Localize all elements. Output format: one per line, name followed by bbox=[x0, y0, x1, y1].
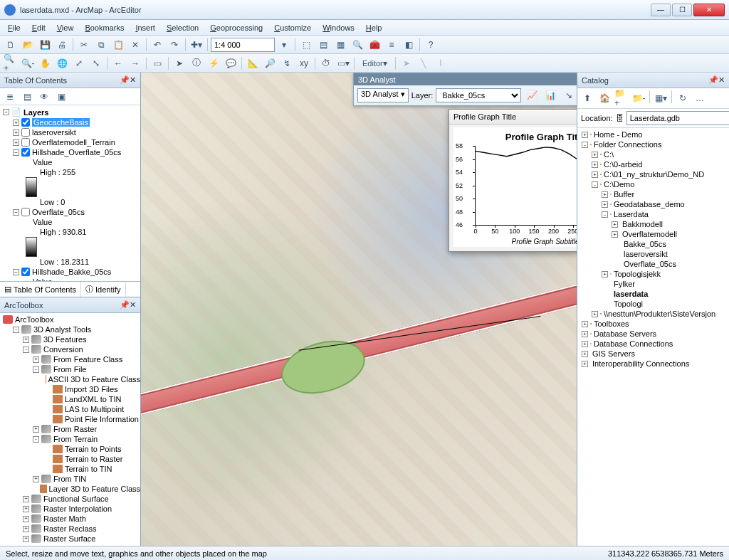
catalog-icon[interactable]: ▦ bbox=[332, 37, 348, 53]
atb-las-to-multipoint[interactable]: LAS to Multipoint bbox=[0, 404, 140, 414]
cat-overflate_05cs[interactable]: Overflate_05cs bbox=[577, 259, 729, 269]
cat-c-demo[interactable]: - C:\Demo bbox=[577, 179, 729, 189]
atb-import-3d-files[interactable]: Import 3D Files bbox=[0, 384, 140, 394]
3d-analyst-title[interactable]: 3D Analyst✕ bbox=[354, 73, 577, 85]
toc-layer-2[interactable]: + Overflatemodell_Terrain bbox=[0, 137, 140, 147]
fixed-zoom-in-icon[interactable]: ⤢ bbox=[71, 56, 87, 71]
pointer-icon[interactable]: ➤ bbox=[172, 56, 187, 71]
interpolate-line-icon[interactable]: 📈 bbox=[524, 88, 540, 103]
atb-from-feature-class[interactable]: + From Feature Class bbox=[0, 354, 140, 364]
toc-layer-3[interactable]: − Hillshade_Overflate_05cs bbox=[0, 147, 140, 157]
cat-buffer[interactable]: + Buffer bbox=[577, 189, 729, 199]
point-profile-icon[interactable]: 📊 bbox=[542, 88, 558, 103]
pin-icon[interactable]: 📌 bbox=[120, 75, 130, 85]
atb-from-raster[interactable]: + From Raster bbox=[0, 424, 140, 434]
atb-layer-3d-to-feature-class[interactable]: Layer 3D to Feature Class bbox=[0, 484, 140, 494]
hyperlink-icon[interactable]: ⚡ bbox=[206, 56, 221, 71]
python-icon[interactable]: ≡ bbox=[384, 37, 399, 53]
save-icon[interactable]: 💾 bbox=[37, 37, 53, 53]
edit-trace-icon[interactable]: ⌇ bbox=[433, 56, 449, 71]
atb-functional-surface[interactable]: + Functional Surface bbox=[0, 494, 140, 504]
menu-help[interactable]: Help bbox=[361, 22, 387, 33]
map-scale-input[interactable] bbox=[211, 38, 275, 52]
pan-icon[interactable]: ✋ bbox=[37, 56, 53, 71]
menu-file[interactable]: File bbox=[3, 22, 26, 33]
toc-root[interactable]: − 📄 Layers bbox=[0, 107, 140, 117]
toc-layer-4[interactable]: − Overflate_05cs bbox=[0, 207, 140, 217]
maximize-button[interactable]: ☐ bbox=[672, 4, 692, 16]
new-icon[interactable]: 🗋 bbox=[3, 37, 19, 53]
home-icon[interactable]: 🏠 bbox=[597, 90, 612, 106]
options-icon[interactable]: … bbox=[692, 90, 708, 106]
atb-conversion[interactable]: - Conversion bbox=[0, 344, 140, 354]
cat-interoperability-connections[interactable]: + Interoperability Connections bbox=[577, 359, 729, 369]
up-one-level-icon[interactable]: ⬆ bbox=[579, 90, 595, 106]
fixed-zoom-out-icon[interactable]: ⤡ bbox=[88, 56, 104, 71]
find-icon[interactable]: 🔎 bbox=[262, 56, 278, 71]
3d-analyst-toolbar[interactable]: 3D Analyst✕ 3D Analyst ▾ Layer: Bakke_05… bbox=[353, 73, 577, 106]
cat-c-01_ny_struktur-demo_nd[interactable]: + C:\01_ny_struktur\Demo_ND bbox=[577, 169, 729, 179]
layer-checkbox[interactable] bbox=[21, 118, 30, 127]
cat-bakkmodell[interactable]: + Bakkmodell bbox=[577, 219, 729, 229]
find-route-icon[interactable]: ↯ bbox=[279, 56, 295, 71]
atb-from-file[interactable]: - From File bbox=[0, 364, 140, 374]
go-to-xy-icon[interactable]: xy bbox=[296, 56, 312, 71]
layer-checkbox[interactable] bbox=[21, 138, 30, 147]
connect-folder-icon[interactable]: 📁+ bbox=[614, 90, 629, 106]
cat-database-connections[interactable]: + Database Connections bbox=[577, 339, 729, 349]
minimize-button[interactable]: — bbox=[651, 4, 671, 16]
atb-landxml-to-tin[interactable]: LandXML to TIN bbox=[0, 394, 140, 404]
tab-toc[interactable]: ▤ Table Of Contents bbox=[0, 282, 81, 297]
atb-raster-surface[interactable]: + Raster Surface bbox=[0, 534, 140, 544]
edit-tool-icon[interactable]: ➤ bbox=[399, 56, 414, 71]
close-panel-icon[interactable]: ✕ bbox=[130, 75, 136, 85]
select-elements-icon[interactable]: ▭ bbox=[150, 56, 165, 71]
cat-fylker[interactable]: Fylker bbox=[577, 279, 729, 289]
cat-topologisjekk[interactable]: + Topologisjekk bbox=[577, 269, 729, 279]
cut-icon[interactable]: ✂ bbox=[76, 37, 92, 53]
cat-laserdata[interactable]: - Laserdata bbox=[577, 209, 729, 219]
identify-icon[interactable]: ⓘ bbox=[189, 56, 204, 71]
refresh-icon[interactable]: ↻ bbox=[675, 90, 691, 106]
disconnect-folder-icon[interactable]: 📁- bbox=[631, 90, 646, 106]
cat-laserdata[interactable]: laserdata bbox=[577, 289, 729, 299]
pin-icon[interactable]: 📌 bbox=[708, 75, 718, 85]
pin-icon[interactable]: 📌 bbox=[120, 300, 130, 310]
atb-3d-analyst-tools[interactable]: - 3D Analyst Tools bbox=[0, 324, 140, 334]
zoom-out-icon[interactable]: 🔍- bbox=[20, 56, 36, 71]
time-slider-icon[interactable]: ⏱ bbox=[318, 56, 334, 71]
close-panel-icon[interactable]: ✕ bbox=[130, 300, 136, 310]
atb-terrain-to-tin[interactable]: Terrain to TIN bbox=[0, 464, 140, 474]
toc-layer-0[interactable]: + GeocacheBasis bbox=[0, 117, 140, 127]
atb-raster-math[interactable]: + Raster Math bbox=[0, 514, 140, 524]
arctoolbox-icon[interactable]: 🧰 bbox=[367, 37, 382, 53]
editor-toolbar-icon[interactable]: ⬚ bbox=[298, 37, 314, 53]
tab-identify[interactable]: ⓘ Identify bbox=[81, 282, 125, 297]
layer-checkbox[interactable] bbox=[21, 148, 30, 157]
undo-icon[interactable]: ↶ bbox=[150, 37, 165, 53]
location-input[interactable] bbox=[626, 111, 729, 125]
cat-overflatemodell[interactable]: + Overflatemodell bbox=[577, 229, 729, 239]
edit-sketch-icon[interactable]: ╲ bbox=[416, 56, 431, 71]
print-icon[interactable]: 🖨 bbox=[54, 37, 70, 53]
arctoolbox-tree[interactable]: ArcToolbox - 3D Analyst Tools+ 3D Featur… bbox=[0, 313, 140, 545]
menu-windows[interactable]: Windows bbox=[318, 22, 360, 33]
toggle-contents-icon[interactable]: ▦▾ bbox=[653, 90, 668, 106]
layer-checkbox[interactable] bbox=[21, 208, 30, 216]
menu-selection[interactable]: Selection bbox=[162, 22, 204, 33]
measure-icon[interactable]: 📐 bbox=[245, 56, 261, 71]
toc-layer-5[interactable]: − Hillshade_Bakke_05cs bbox=[0, 267, 140, 277]
close-button[interactable]: ✕ bbox=[693, 4, 725, 16]
list-by-selection-icon[interactable]: ▣ bbox=[53, 89, 69, 105]
cat-geodatabase_demo[interactable]: + Geodatabase_demo bbox=[577, 199, 729, 209]
menu-bookmarks[interactable]: Bookmarks bbox=[80, 22, 129, 33]
map-view[interactable]: 3D Analyst✕ 3D Analyst ▾ Layer: Bakke_05… bbox=[141, 73, 577, 546]
toc-tree[interactable]: − 📄 Layers+ GeocacheBasis+ laseroversikt… bbox=[0, 105, 140, 281]
editor-menu[interactable]: Editor▾ bbox=[357, 56, 392, 71]
cat-c-0-arbeid[interactable]: + C:\0-arbeid bbox=[577, 159, 729, 169]
profile-window-titlebar[interactable]: Profile Graph Title ✕ bbox=[449, 110, 577, 125]
cat-home---demo[interactable]: + Home - Demo bbox=[577, 130, 729, 139]
atb-3d-features[interactable]: + 3D Features bbox=[0, 334, 140, 344]
redo-icon[interactable]: ↷ bbox=[167, 37, 182, 53]
cat--nesttun-produkter-sisteversjon[interactable]: + \\nesttun\Produkter\SisteVersjon bbox=[577, 309, 729, 319]
